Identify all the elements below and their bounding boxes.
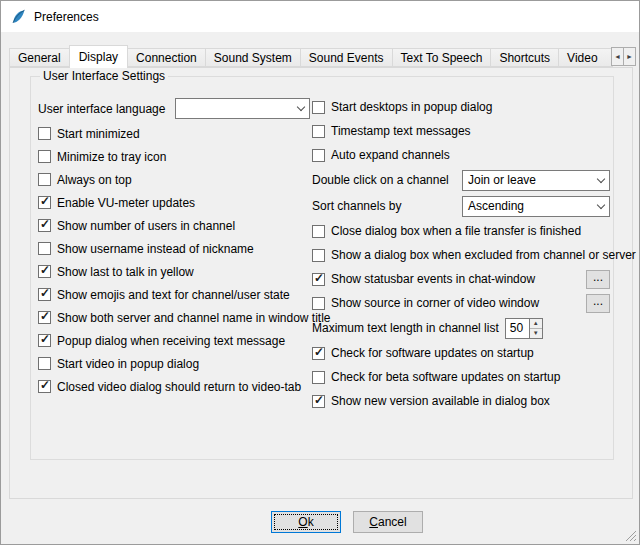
user-interface-settings-group: User Interface Settings User interface l… xyxy=(30,76,614,460)
tab-scroll-right-button[interactable]: ► xyxy=(623,47,636,66)
checkbox-check-beta-updates-on-startup[interactable]: Check for beta software updates on start… xyxy=(312,365,610,389)
checkbox-show-source-in-corner-of-video-window[interactable]: Show source in corner of video window xyxy=(312,296,539,310)
statusbar-events-row: Show statusbar events in chat-window ... xyxy=(312,267,610,291)
checkbox-box xyxy=(312,347,325,360)
resize-grip[interactable] xyxy=(624,529,637,542)
checkbox-label: Check for beta software updates on start… xyxy=(331,370,560,384)
checkbox-box xyxy=(38,288,51,301)
checkbox-label: Close dialog box when a file transfer is… xyxy=(331,224,581,238)
tab-label: Connection xyxy=(136,51,197,65)
max-text-length-row: Maximum text length in channel list 50 ▲… xyxy=(312,315,610,341)
chevron-down-icon xyxy=(592,171,609,190)
max-text-length-label: Maximum text length in channel list xyxy=(312,321,499,335)
checkbox-show-emojis-and-text-for-state[interactable]: Show emojis and text for channel/user st… xyxy=(38,283,310,306)
checkbox-box xyxy=(312,125,325,138)
max-text-length-spinner: 50 ▲ ▼ xyxy=(505,318,543,339)
left-arrow-icon: ◄ xyxy=(614,53,621,60)
checkbox-start-video-in-popup-dialog[interactable]: Start video in popup dialog xyxy=(38,352,310,375)
checkbox-box xyxy=(312,149,325,162)
checkbox-show-last-to-talk-in-yellow[interactable]: Show last to talk in yellow xyxy=(38,260,310,283)
checkbox-label: Show statusbar events in chat-window xyxy=(331,272,535,286)
checkbox-closed-video-dialog-return-video-tab[interactable]: Closed video dialog should return to vid… xyxy=(38,375,310,398)
double-click-label: Double click on a channel xyxy=(312,173,449,187)
checkbox-label: Start desktops in popup dialog xyxy=(331,100,492,114)
checkbox-box xyxy=(38,242,51,255)
checkbox-show-dialog-when-excluded[interactable]: Show a dialog box when excluded from cha… xyxy=(312,243,610,267)
right-column: Start desktops in popup dialog Timestamp… xyxy=(312,95,610,413)
checkbox-auto-expand-channels[interactable]: Auto expand channels xyxy=(312,143,610,167)
tab-scroller: ◄ ► xyxy=(612,47,636,66)
double-click-row: Double click on a channel Join or leave xyxy=(312,167,610,193)
title-bar[interactable]: Preferences xyxy=(1,1,639,32)
video-source-config-button[interactable]: ... xyxy=(586,294,610,313)
checkbox-show-new-version-in-dialog-box[interactable]: Show new version available in dialog box xyxy=(312,389,610,413)
tab-display[interactable]: Display xyxy=(69,45,128,68)
tab-shortcuts[interactable]: Shortcuts xyxy=(490,48,559,67)
tab-bar: General Display Connection Sound System … xyxy=(9,45,613,68)
statusbar-events-config-button[interactable]: ... xyxy=(586,270,610,289)
ok-mnemonic: O xyxy=(298,515,307,529)
cancel-rest: ancel xyxy=(378,515,407,529)
max-text-length-input[interactable]: 50 xyxy=(505,318,529,339)
ok-button[interactable]: Ok xyxy=(271,511,341,533)
video-source-row: Show source in corner of video window ..… xyxy=(312,291,610,315)
checkbox-box xyxy=(38,265,51,278)
tab-sound-events[interactable]: Sound Events xyxy=(300,48,393,67)
checkbox-popup-dialog-on-text-message[interactable]: Popup dialog when receiving text message xyxy=(38,329,310,352)
tab-sound-system[interactable]: Sound System xyxy=(205,48,301,67)
sort-channels-value: Ascending xyxy=(468,199,524,213)
spin-up-button[interactable]: ▲ xyxy=(530,319,542,329)
left-column: User interface language Start minimized … xyxy=(38,95,310,398)
chevron-down-icon xyxy=(592,197,609,216)
cancel-mnemonic: C xyxy=(369,515,378,529)
tab-video[interactable]: Video xyxy=(558,48,613,67)
up-arrow-icon: ▲ xyxy=(533,320,539,326)
checkbox-label: Auto expand channels xyxy=(331,148,450,162)
checkbox-show-statusbar-events-in-chat-window[interactable]: Show statusbar events in chat-window xyxy=(312,272,535,286)
tab-label: General xyxy=(18,51,61,65)
checkbox-label: Show new version available in dialog box xyxy=(331,394,550,408)
checkbox-label: Closed video dialog should return to vid… xyxy=(57,380,301,394)
checkbox-show-number-of-users-in-channel[interactable]: Show number of users in channel xyxy=(38,214,310,237)
display-tab-pane: User Interface Settings User interface l… xyxy=(9,67,633,499)
checkbox-check-software-updates-on-startup[interactable]: Check for software updates on startup xyxy=(312,341,610,365)
checkbox-box xyxy=(38,311,51,324)
chevron-down-icon xyxy=(292,99,309,118)
tab-general[interactable]: General xyxy=(9,48,70,67)
checkbox-label: Minimize to tray icon xyxy=(57,150,166,164)
checkbox-start-desktops-in-popup-dialog[interactable]: Start desktops in popup dialog xyxy=(312,95,610,119)
checkbox-box xyxy=(38,334,51,347)
spin-buttons: ▲ ▼ xyxy=(529,318,543,339)
checkbox-timestamp-text-messages[interactable]: Timestamp text messages xyxy=(312,119,610,143)
checkbox-close-dialog-when-file-transfer-finished[interactable]: Close dialog box when a file transfer is… xyxy=(312,219,610,243)
checkbox-box xyxy=(38,150,51,163)
checkbox-enable-vu-meter-updates[interactable]: Enable VU-meter updates xyxy=(38,191,310,214)
group-title: User Interface Settings xyxy=(40,69,168,83)
tab-label: Display xyxy=(79,50,118,64)
tab-connection[interactable]: Connection xyxy=(127,48,206,67)
checkbox-start-minimized[interactable]: Start minimized xyxy=(38,122,310,145)
checkbox-box xyxy=(312,249,325,262)
checkbox-label: Show emojis and text for channel/user st… xyxy=(57,288,290,302)
cancel-button[interactable]: Cancel xyxy=(353,511,423,533)
checkbox-show-username-instead-of-nickname[interactable]: Show username instead of nickname xyxy=(38,237,310,260)
window-title: Preferences xyxy=(34,10,99,24)
checkbox-label: Check for software updates on startup xyxy=(331,346,534,360)
tab-text-to-speech[interactable]: Text To Speech xyxy=(392,48,492,67)
checkbox-box xyxy=(312,371,325,384)
checkbox-show-server-and-channel-in-title[interactable]: Show both server and channel name in win… xyxy=(38,306,310,329)
checkbox-box xyxy=(38,357,51,370)
sort-channels-row: Sort channels by Ascending xyxy=(312,193,610,219)
checkbox-always-on-top[interactable]: Always on top xyxy=(38,168,310,191)
double-click-value: Join or leave xyxy=(468,173,536,187)
checkbox-minimize-to-tray-icon[interactable]: Minimize to tray icon xyxy=(38,145,310,168)
right-arrow-icon: ► xyxy=(626,53,633,60)
double-click-action-select[interactable]: Join or leave xyxy=(462,170,610,191)
ok-rest: k xyxy=(308,515,314,529)
checkbox-label: Start minimized xyxy=(57,127,140,141)
sort-channels-select[interactable]: Ascending xyxy=(462,196,610,217)
tab-label: Text To Speech xyxy=(401,51,483,65)
language-select[interactable] xyxy=(175,98,310,119)
checkbox-label: Show a dialog box when excluded from cha… xyxy=(331,248,636,262)
spin-down-button[interactable]: ▼ xyxy=(530,329,542,338)
